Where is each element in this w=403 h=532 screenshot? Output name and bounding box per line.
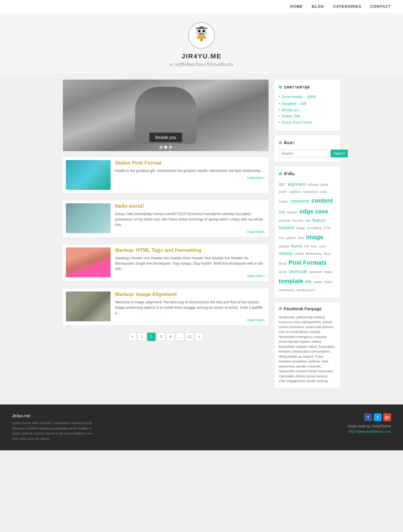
- tag-link[interactable]: content: [311, 197, 333, 204]
- recent-post-item: Daughter – Still: [279, 101, 336, 106]
- tag-link[interactable]: image: [306, 234, 323, 240]
- googleplus-icon[interactable]: g+: [383, 413, 391, 421]
- twitter-icon[interactable]: t: [374, 413, 382, 421]
- page-3[interactable]: 3: [157, 333, 165, 341]
- read-more-link[interactable]: read more ›: [115, 176, 266, 180]
- tag-link[interactable]: Fail: [305, 219, 310, 222]
- recent-post-link[interactable]: Daughter – Still: [282, 102, 306, 106]
- page-prev[interactable]: «: [128, 333, 137, 341]
- tag-link[interactable]: image: [296, 226, 305, 230]
- nav-contact[interactable]: CONTACT: [370, 4, 391, 9]
- search-input[interactable]: [279, 150, 329, 157]
- recent-post-item: Status Post Format: [279, 120, 336, 125]
- tag-link[interactable]: standard: [309, 270, 322, 274]
- post-item: Markup: HTML Tags and Formatting Heading…: [63, 244, 269, 281]
- social-icons: f t g+: [348, 413, 391, 421]
- tag-link[interactable]: embeds: [279, 219, 290, 222]
- nav-blog[interactable]: BLOG: [312, 4, 324, 9]
- nav-home[interactable]: HOME: [290, 4, 303, 9]
- page-2[interactable]: 2: [147, 333, 156, 341]
- recent-post-item: Gallery Title: [279, 114, 336, 118]
- svg-rect-10: [196, 28, 207, 29]
- tag-link[interactable]: Articles: [308, 183, 318, 186]
- slider-dot-3[interactable]: [169, 146, 172, 149]
- footer-text: Lorem ipsum dolor sit amet, consectetur …: [12, 421, 95, 441]
- footer-left: Jir4yu.me Lorem ipsum dolor sit amet, co…: [12, 413, 95, 441]
- tag-link[interactable]: wordpress.tv: [297, 288, 315, 292]
- post-title[interactable]: Status Post Format: [115, 160, 266, 166]
- tag-link[interactable]: quote: [279, 270, 287, 274]
- tag-link[interactable]: videopress: [279, 288, 294, 292]
- page-next[interactable]: »: [195, 333, 203, 341]
- tag-link[interactable]: lists: [311, 244, 317, 248]
- post-thumbnail: [66, 203, 111, 233]
- read-more-link[interactable]: read more ›: [115, 274, 266, 278]
- recent-post-link[interactable]: Beside you: [282, 108, 299, 112]
- search-button[interactable]: Search: [331, 150, 348, 157]
- recent-post-link[interactable]: Gallery Title: [282, 114, 300, 118]
- tag-link[interactable]: excerpt: [292, 219, 303, 222]
- svg-rect-2: [198, 30, 201, 32]
- page-11[interactable]: 11: [185, 333, 194, 341]
- page-1[interactable]: 1: [138, 333, 146, 341]
- post-excerpt: Health is the greatest gift, contentment…: [115, 168, 266, 173]
- footer-url[interactable]: http://www.jindatheme.com: [348, 429, 391, 434]
- facebook-icon[interactable]: f: [364, 413, 372, 421]
- tag-link[interactable]: Love: [319, 244, 326, 248]
- read-more-link[interactable]: read more ›: [115, 230, 266, 234]
- slider-image: Beside you: [63, 80, 269, 151]
- tag-link[interactable]: jetpack: [279, 244, 289, 248]
- tag-link[interactable]: layout: [291, 243, 302, 248]
- tag-link[interactable]: chat: [320, 190, 326, 193]
- site-header: JIR4YU.ME ความรู้สึกที่ตอนไหนๆ ก็(ไม่)เห…: [0, 13, 403, 74]
- tag-link[interactable]: Post Formats: [289, 259, 327, 266]
- tag-link[interactable]: link: [304, 244, 309, 248]
- tag-link[interactable]: markup: [279, 251, 293, 256]
- read-more-link[interactable]: read more ›: [115, 318, 266, 322]
- tag-link[interactable]: gallery: [286, 236, 296, 240]
- tag-link[interactable]: 8BIT: [279, 183, 286, 186]
- tag-link[interactable]: comments: [290, 199, 309, 204]
- post-content: Hello world! Gresy Cafe [vimeo]http://vi…: [115, 203, 266, 234]
- page-4[interactable]: 4: [166, 333, 175, 341]
- tag-link[interactable]: template: [279, 278, 303, 284]
- search-box: Search: [279, 150, 336, 157]
- tag-link[interactable]: shortcode: [289, 269, 307, 274]
- post-title[interactable]: Markup: Image Alignment: [115, 291, 266, 297]
- post-content: Markup: Image Alignment Welcome to image…: [115, 291, 266, 322]
- post-title[interactable]: Markup: HTML Tags and Formatting: [115, 247, 266, 253]
- tag-link[interactable]: Mothership: [306, 252, 322, 255]
- nav-categories[interactable]: CATEGORIES: [333, 4, 361, 9]
- tag-link[interactable]: formatting: [307, 226, 322, 230]
- tag-link[interactable]: captions: [289, 190, 301, 193]
- post-list: Status Post Format Health is the greates…: [63, 157, 269, 325]
- tag-link[interactable]: FTW: [323, 226, 331, 230]
- recent-post-link[interactable]: Gene Kasidit – ว(W8): [282, 95, 316, 99]
- tag-link[interactable]: audio: [279, 190, 287, 193]
- tag-link[interactable]: media: [294, 252, 303, 255]
- post-thumbnail: [66, 291, 111, 321]
- tag-link[interactable]: twitter: [314, 280, 322, 284]
- tag-link[interactable]: featured: [279, 225, 294, 230]
- tag-link[interactable]: categories: [303, 190, 318, 193]
- tag-link[interactable]: Fun: [279, 236, 284, 240]
- post-title[interactable]: Hello world!: [115, 203, 266, 209]
- tag-link[interactable]: Codex: [279, 200, 288, 203]
- tag-link[interactable]: feature: [312, 218, 326, 223]
- footer: Jir4yu.me Lorem ipsum dolor sit amet, co…: [0, 404, 403, 450]
- tag-link[interactable]: edge case: [300, 208, 328, 215]
- widget-tags: คำค้น 8BIT alignment Articles aside audi…: [275, 166, 340, 297]
- tag-link[interactable]: dowork: [287, 210, 297, 214]
- tag-link[interactable]: alignment: [288, 182, 306, 187]
- tag-link[interactable]: title: [305, 279, 312, 284]
- tag-link[interactable]: aside: [320, 183, 328, 186]
- hero-slider[interactable]: Beside you: [63, 80, 269, 151]
- slider-dot-2[interactable]: [164, 146, 167, 149]
- tag-link[interactable]: html: [298, 236, 304, 240]
- slider-dot-1[interactable]: [159, 146, 162, 149]
- recent-post-link[interactable]: Status Post Format: [282, 120, 312, 125]
- widget-search: ค้นหา Search: [275, 135, 340, 162]
- tag-link[interactable]: video: [324, 280, 332, 284]
- tag-link[interactable]: status: [324, 270, 333, 274]
- tag-link[interactable]: css: [279, 210, 285, 214]
